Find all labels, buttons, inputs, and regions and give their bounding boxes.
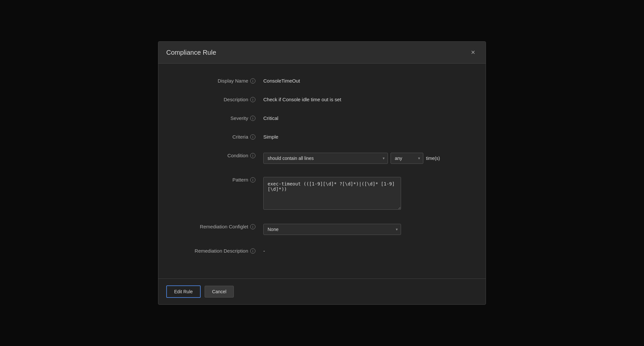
criteria-label: Criteria i	[178, 133, 263, 140]
modal-title: Compliance Rule	[166, 49, 216, 56]
remediation-desc-info-icon[interactable]: i	[250, 248, 255, 254]
remediation-configlet-label: Remediation Configlet i	[178, 222, 263, 229]
remediation-select-wrapper: None	[263, 224, 401, 235]
description-value: Check if Console idle time out is set	[263, 95, 466, 102]
pattern-info-icon[interactable]: i	[250, 177, 255, 183]
condition-info-icon[interactable]: i	[250, 153, 255, 158]
display-name-info-icon[interactable]: i	[250, 78, 255, 84]
description-info-icon[interactable]: i	[250, 97, 255, 102]
any-select-wrapper: any all none	[391, 153, 423, 164]
condition-controls: should contain all lines should not cont…	[263, 153, 466, 164]
remediation-configlet-value: None	[263, 222, 466, 235]
criteria-info-icon[interactable]: i	[250, 134, 255, 140]
display-name-value: ConsoleTimeOut	[263, 77, 466, 84]
remediation-select[interactable]: None	[263, 224, 401, 235]
pattern-textarea[interactable]: exec-timeout (([1-9][\d]* ?[\d]*)|([\d]*…	[263, 177, 401, 210]
display-name-label: Display Name i	[178, 77, 263, 84]
condition-select-wrapper: should contain all lines should not cont…	[263, 153, 388, 164]
condition-label: Condition i	[178, 151, 263, 158]
pattern-value: exec-timeout (([1-9][\d]* ?[\d]*)|([\d]*…	[263, 176, 466, 211]
severity-value: Critical	[263, 114, 466, 121]
cancel-button[interactable]: Cancel	[205, 286, 234, 298]
pattern-label: Pattern i	[178, 176, 263, 183]
remediation-configlet-info-icon[interactable]: i	[250, 224, 255, 229]
criteria-row: Criteria i Simple	[178, 133, 466, 140]
remediation-configlet-row: Remediation Configlet i None	[178, 222, 466, 235]
modal-body: Display Name i ConsoleTimeOut Descriptio…	[158, 64, 486, 279]
modal-header: Compliance Rule ×	[158, 42, 486, 64]
severity-label: Severity i	[178, 114, 263, 121]
display-name-row: Display Name i ConsoleTimeOut	[178, 77, 466, 84]
compliance-rule-modal: Compliance Rule × Display Name i Console…	[158, 41, 486, 305]
modal-overlay: Compliance Rule × Display Name i Console…	[0, 0, 644, 346]
any-select[interactable]: any all none	[391, 153, 423, 164]
description-label: Description i	[178, 95, 263, 102]
description-row: Description i Check if Console idle time…	[178, 95, 466, 102]
severity-info-icon[interactable]: i	[250, 116, 255, 121]
remediation-desc-row: Remediation Description i -	[178, 247, 466, 254]
times-label: time(s)	[426, 156, 440, 161]
close-button[interactable]: ×	[468, 48, 478, 57]
remediation-desc-value: -	[263, 247, 466, 254]
modal-footer: Edit Rule Cancel	[158, 279, 486, 304]
pattern-row: Pattern i exec-timeout (([1-9][\d]* ?[\d…	[178, 176, 466, 211]
condition-row: Condition i should contain all lines sho…	[178, 151, 466, 164]
edit-rule-button[interactable]: Edit Rule	[166, 285, 201, 298]
severity-row: Severity i Critical	[178, 114, 466, 121]
criteria-value: Simple	[263, 133, 466, 140]
condition-value: should contain all lines should not cont…	[263, 151, 466, 164]
remediation-desc-label: Remediation Description i	[178, 247, 263, 254]
condition-select[interactable]: should contain all lines should not cont…	[263, 153, 388, 164]
